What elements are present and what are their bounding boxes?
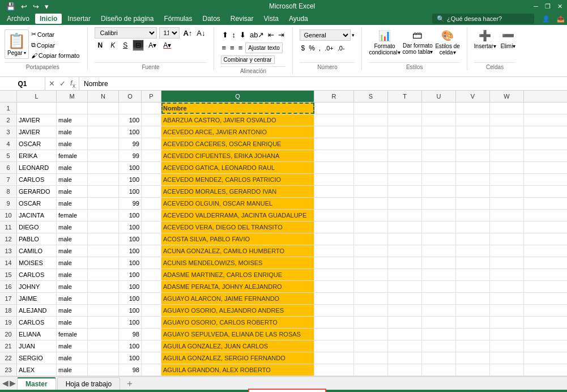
- cell-m[interactable]: male: [57, 269, 88, 280]
- cell-v[interactable]: [456, 221, 490, 233]
- cell-o[interactable]: 100: [119, 245, 142, 257]
- cell-q[interactable]: ADASME PERALTA, JOHNY ALEJANDRO: [161, 281, 314, 292]
- menu-diseno[interactable]: Diseño de página: [96, 14, 158, 24]
- cell-s[interactable]: [354, 340, 388, 352]
- cell-u[interactable]: [422, 269, 456, 280]
- percent-button[interactable]: %: [308, 43, 316, 53]
- cell-t[interactable]: [388, 198, 422, 209]
- menu-formulas[interactable]: Fórmulas: [159, 14, 197, 24]
- cell-t[interactable]: [388, 340, 422, 352]
- close-button[interactable]: ✕: [557, 3, 562, 10]
- cell-r[interactable]: [314, 317, 354, 328]
- merge-center-button[interactable]: Combinar y centrar: [221, 56, 275, 64]
- cell-l[interactable]: OSCAR: [17, 138, 57, 150]
- cell-m[interactable]: female: [57, 329, 88, 340]
- cell-v[interactable]: [456, 340, 490, 352]
- cell-n[interactable]: [88, 317, 119, 328]
- align-right-button[interactable]: ≡: [237, 42, 244, 53]
- cell-q[interactable]: ADASME MARTINEZ, CARLOS ENRIQUE: [161, 269, 314, 280]
- cell-r[interactable]: [314, 233, 354, 245]
- cell-u[interactable]: [422, 233, 456, 245]
- cell-r[interactable]: [314, 186, 354, 197]
- cell-l[interactable]: JOHNY: [17, 281, 57, 292]
- cell-t[interactable]: [388, 281, 422, 292]
- cell-o[interactable]: 100: [119, 162, 142, 173]
- font-select[interactable]: Calibri: [95, 27, 157, 39]
- share-button[interactable]: 📤: [557, 15, 565, 23]
- cell-l[interactable]: JAVIER: [17, 114, 57, 126]
- cell-m[interactable]: male: [57, 126, 88, 138]
- cell-p[interactable]: [142, 114, 161, 126]
- cell-u[interactable]: [422, 364, 456, 376]
- col-header-l[interactable]: L: [17, 91, 57, 102]
- cell-p[interactable]: [142, 305, 161, 316]
- restore-button[interactable]: ❐: [545, 3, 551, 10]
- cell-t[interactable]: [388, 364, 422, 376]
- cut-button[interactable]: ✂ Cortar: [30, 29, 81, 39]
- cell-p[interactable]: [142, 150, 161, 161]
- cell-n[interactable]: [88, 281, 119, 292]
- cell-o[interactable]: 100: [119, 126, 142, 138]
- cell-u[interactable]: [422, 245, 456, 257]
- italic-button[interactable]: K: [108, 40, 118, 51]
- decrease-font-button[interactable]: A↓: [195, 28, 206, 39]
- cell-l[interactable]: JACINTA: [17, 210, 57, 221]
- menu-archivo[interactable]: Archivo: [2, 14, 34, 24]
- cell-n[interactable]: [88, 305, 119, 316]
- cell-m[interactable]: male: [57, 138, 88, 150]
- cell-m[interactable]: male: [57, 233, 88, 245]
- cell-q[interactable]: ACUNA GONZALEZ, CAMILO HUMBERTO: [161, 245, 314, 257]
- col-header-t[interactable]: T: [388, 91, 422, 102]
- cell-w[interactable]: [490, 103, 524, 114]
- cell-t[interactable]: [388, 221, 422, 233]
- cell-s[interactable]: [354, 281, 388, 292]
- cell-m[interactable]: male: [57, 340, 88, 352]
- cell-o[interactable]: 100: [119, 317, 142, 328]
- increase-decimal-button[interactable]: .0+: [323, 44, 335, 53]
- cell-v[interactable]: [456, 329, 490, 340]
- align-bottom-button[interactable]: ⬇: [238, 29, 247, 40]
- cell-t[interactable]: [388, 210, 422, 221]
- cell-m[interactable]: male: [57, 198, 88, 209]
- cell-n[interactable]: [88, 186, 119, 197]
- cell-s[interactable]: [354, 174, 388, 185]
- cell-t[interactable]: [388, 293, 422, 304]
- cell-v[interactable]: [456, 305, 490, 316]
- cell-p[interactable]: [142, 162, 161, 173]
- cell-q[interactable]: ACEVEDO VALDERRAMA, JACINTA GUADALUPE: [161, 210, 314, 221]
- cell-u[interactable]: [422, 293, 456, 304]
- fill-color-button[interactable]: A▾: [146, 40, 159, 50]
- cell-n[interactable]: [88, 221, 119, 233]
- cell-q[interactable]: ACOSTA SILVA, PABLO FAVIO: [161, 233, 314, 245]
- cell-m[interactable]: male: [57, 317, 88, 328]
- cell-q[interactable]: ABARZUA CASTRO, JAVIER OSVALDO: [161, 114, 314, 126]
- customize-button[interactable]: ▾: [43, 2, 50, 11]
- confirm-formula-button[interactable]: ✓: [58, 79, 67, 88]
- cell-n[interactable]: [88, 210, 119, 221]
- cell-n[interactable]: [88, 233, 119, 245]
- cell-l[interactable]: MOISES: [17, 257, 57, 269]
- cell-v[interactable]: [456, 162, 490, 173]
- cell-n[interactable]: [88, 162, 119, 173]
- cell-l[interactable]: PABLO: [17, 233, 57, 245]
- cell-s[interactable]: [354, 245, 388, 257]
- cell-o[interactable]: 100: [119, 114, 142, 126]
- cell-t[interactable]: [388, 245, 422, 257]
- cell-s[interactable]: [354, 150, 388, 161]
- cell-p[interactable]: [142, 340, 161, 352]
- cell-m[interactable]: female: [57, 150, 88, 161]
- cell-w[interactable]: [490, 198, 524, 209]
- cell-u[interactable]: [422, 186, 456, 197]
- cell-s[interactable]: [354, 126, 388, 138]
- cell-o[interactable]: 100: [119, 269, 142, 280]
- cell-q[interactable]: AGUILA GONZALEZ, SERGIO FERNANDO: [161, 352, 314, 364]
- cell-q[interactable]: AGUILA GRANDON, ALEX ROBERTO: [161, 364, 314, 376]
- cell-p[interactable]: [142, 352, 161, 364]
- sheet-tab-master[interactable]: Master: [17, 377, 56, 390]
- col-header-o[interactable]: O: [119, 91, 142, 102]
- cell-t[interactable]: [388, 317, 422, 328]
- cell-w[interactable]: [490, 162, 524, 173]
- cell-v[interactable]: [456, 126, 490, 138]
- cell-l[interactable]: JAVIER: [17, 126, 57, 138]
- cell-t[interactable]: [388, 233, 422, 245]
